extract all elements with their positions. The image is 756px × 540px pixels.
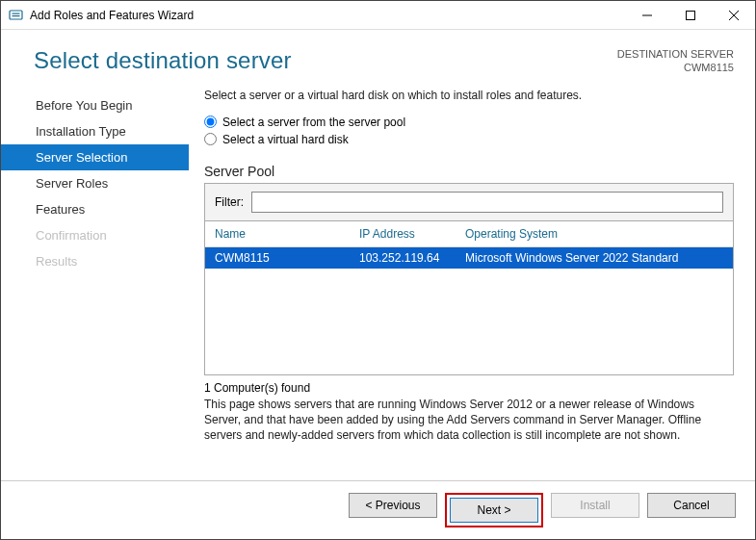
wizard-footer: < Previous Next > Install Cancel bbox=[1, 480, 755, 539]
svg-rect-0 bbox=[10, 11, 22, 19]
filter-label: Filter: bbox=[215, 195, 244, 209]
radio-server-pool-label: Select a server from the server pool bbox=[222, 116, 405, 129]
destination-value: CWM8115 bbox=[617, 61, 734, 74]
sidebar-item-server-roles[interactable]: Server Roles bbox=[1, 170, 189, 196]
radio-vhd[interactable]: Select a virtual hard disk bbox=[204, 133, 734, 146]
filter-input[interactable] bbox=[251, 192, 723, 213]
destination-label: DESTINATION SERVER bbox=[617, 47, 734, 61]
sidebar-item-features[interactable]: Features bbox=[1, 196, 189, 222]
sidebar-item-before-you-begin[interactable]: Before You Begin bbox=[1, 92, 189, 118]
table-row[interactable]: CWM8115103.252.119.64Microsoft Windows S… bbox=[205, 247, 733, 269]
wizard-window: Add Roles and Features Wizard Select des… bbox=[0, 0, 756, 540]
radio-vhd-input[interactable] bbox=[204, 133, 217, 145]
titlebar: Add Roles and Features Wizard bbox=[1, 1, 755, 30]
next-button[interactable]: Next > bbox=[450, 498, 538, 523]
destination-server-box: DESTINATION SERVER CWM8115 bbox=[617, 47, 734, 75]
install-button: Install bbox=[551, 493, 639, 518]
svg-rect-1 bbox=[13, 13, 20, 13]
previous-button[interactable]: < Previous bbox=[349, 493, 437, 518]
cell-name: CWM8115 bbox=[215, 251, 359, 265]
next-button-highlight: Next > bbox=[445, 493, 543, 527]
close-button[interactable] bbox=[712, 1, 755, 29]
window-title: Add Roles and Features Wizard bbox=[30, 9, 625, 22]
instruction-text: Select a server or a virtual hard disk o… bbox=[204, 89, 734, 102]
content-pane: Select a server or a virtual hard disk o… bbox=[189, 85, 755, 480]
col-header-os[interactable]: Operating System bbox=[465, 227, 723, 241]
radio-server-pool[interactable]: Select a server from the server pool bbox=[204, 116, 734, 129]
minimize-button[interactable] bbox=[625, 1, 668, 29]
cell-os: Microsoft Windows Server 2022 Standard bbox=[465, 251, 723, 265]
main-area: Before You BeginInstallation TypeServer … bbox=[1, 85, 755, 480]
sidebar-item-server-selection[interactable]: Server Selection bbox=[1, 144, 189, 170]
svg-rect-4 bbox=[686, 11, 694, 19]
header-area: Select destination server DESTINATION SE… bbox=[1, 30, 755, 85]
radio-vhd-label: Select a virtual hard disk bbox=[222, 133, 349, 146]
server-grid[interactable]: Name IP Address Operating System CWM8115… bbox=[204, 221, 734, 375]
sidebar-item-installation-type[interactable]: Installation Type bbox=[1, 118, 189, 144]
filter-bar: Filter: bbox=[204, 183, 734, 221]
computers-found-text: 1 Computer(s) found bbox=[204, 381, 734, 395]
col-header-ip[interactable]: IP Address bbox=[359, 227, 465, 241]
help-text: This page shows servers that are running… bbox=[204, 397, 734, 444]
cancel-button[interactable]: Cancel bbox=[647, 493, 736, 518]
svg-rect-2 bbox=[13, 15, 20, 16]
app-icon bbox=[9, 8, 24, 23]
page-title: Select destination server bbox=[34, 47, 617, 74]
col-header-name[interactable]: Name bbox=[215, 227, 359, 241]
wizard-sidebar: Before You BeginInstallation TypeServer … bbox=[1, 85, 189, 480]
server-pool-heading: Server Pool bbox=[204, 164, 734, 179]
sidebar-item-results: Results bbox=[1, 248, 189, 274]
sidebar-item-confirmation: Confirmation bbox=[1, 222, 189, 248]
cell-ip: 103.252.119.64 bbox=[359, 251, 465, 265]
maximize-button[interactable] bbox=[668, 1, 712, 29]
window-controls bbox=[625, 1, 755, 29]
grid-header: Name IP Address Operating System bbox=[205, 221, 733, 247]
radio-server-pool-input[interactable] bbox=[204, 116, 217, 128]
